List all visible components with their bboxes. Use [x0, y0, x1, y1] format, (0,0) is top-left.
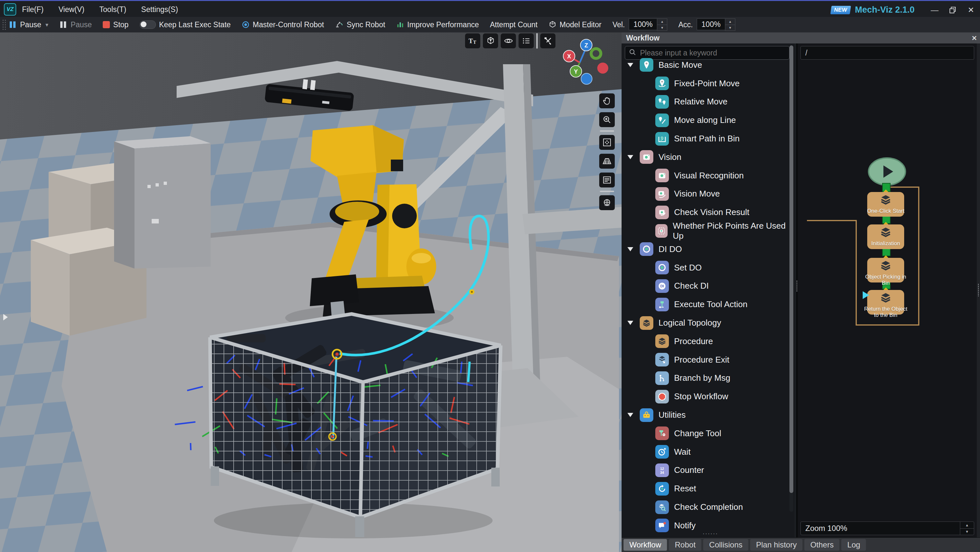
tree-item-vision-move[interactable]: Vision Move [622, 185, 787, 203]
graph-node-one-click-start[interactable]: One-Click Start [867, 192, 904, 217]
list-view-button[interactable] [519, 34, 534, 48]
model-editor-icon [549, 21, 557, 29]
sync-robot-button[interactable]: Sync Robot [335, 21, 385, 29]
tab-workflow[interactable]: Workflow [624, 539, 667, 551]
text-display-button[interactable]: TT [465, 34, 480, 48]
graph-breadcrumb[interactable]: / [800, 46, 974, 60]
tab-log[interactable]: Log [841, 539, 866, 551]
model-view-button[interactable] [483, 34, 498, 48]
tree-item-stop-workflow[interactable]: Stop Workflow [622, 387, 787, 406]
tree-resize-handle[interactable]: ······ [703, 530, 718, 537]
graph-node-return-the-object-to-the-bin[interactable]: Return the Object to the Bin [867, 290, 904, 314]
visibility-button[interactable] [501, 34, 516, 48]
menu-item-1[interactable]: View(V) [58, 5, 84, 14]
tree-item-wait[interactable]: Wait [622, 443, 787, 461]
menu-item-3[interactable]: Settings(S) [141, 5, 178, 14]
expand-caret-icon[interactable] [627, 321, 633, 325]
pan-button[interactable] [599, 93, 615, 108]
tree-item-procedure-exit[interactable]: Procedure Exit [622, 351, 787, 369]
attempt-count-button[interactable]: Attempt Count [490, 21, 538, 29]
tree-item-logical-topology[interactable]: Logical Topology [622, 314, 787, 332]
stop-button[interactable]: Stop [103, 21, 128, 29]
tree-item-execute-tool-action[interactable]: Execute Tool Action [622, 295, 787, 314]
tree-item-check-completion[interactable]: Check Completion [622, 498, 787, 516]
tree-item-check-di[interactable]: DICheck DI [622, 277, 787, 295]
graph-node-initialization[interactable]: Initialization [867, 225, 904, 249]
restore-button[interactable] [944, 3, 962, 17]
reset-arrow-icon [655, 482, 669, 496]
acceleration-spinner[interactable]: ▲▼ [725, 19, 735, 31]
pause-button[interactable]: Pause ▼ [10, 21, 49, 29]
panel-close-button[interactable]: × [972, 33, 977, 43]
tree-item-label: Set DO [674, 263, 702, 273]
tree-item-move-along-line[interactable]: Move along Line [622, 111, 787, 129]
expand-caret-icon[interactable] [627, 63, 633, 67]
expand-caret-icon[interactable] [627, 155, 633, 159]
graph-node-object-picking-in-bin[interactable]: Object Picking in Bin [867, 258, 904, 282]
tree-item-change-tool[interactable]: Change Tool [622, 424, 787, 443]
tree-item-di-do[interactable]: DI DO [622, 240, 787, 258]
zoom-spinner[interactable]: ▲▼ [960, 522, 974, 535]
toolbox-icon [640, 408, 653, 422]
tab-others[interactable]: Others [804, 539, 839, 551]
tree-item-reset[interactable]: Reset [622, 479, 787, 498]
toggle-off-icon[interactable] [140, 21, 156, 29]
tree-item-label: Smart Path in Bin [674, 134, 740, 144]
tree-item-basic-move[interactable]: Basic Move [622, 56, 787, 74]
close-button[interactable]: ✕ [962, 3, 980, 17]
tree-item-label: Procedure Exit [674, 355, 730, 365]
gizmo-y-label: Y [574, 69, 578, 75]
tree-item-whether-pick-points-are-used-up[interactable]: Whether Pick Points Are Used Up [622, 222, 787, 240]
restore-icon [949, 6, 956, 14]
tree-item-relative-move[interactable]: Relative Move [622, 93, 787, 111]
tree-item-check-vision-result[interactable]: Check Vision Result [622, 203, 787, 222]
tree-item-label: DI DO [659, 244, 682, 254]
tree-item-counter[interactable]: 1234Counter [622, 461, 787, 480]
expand-caret-icon[interactable] [627, 413, 633, 417]
model-editor-button[interactable]: Model Editor [549, 21, 601, 29]
improve-performance-icon [396, 21, 404, 29]
tree-item-smart-path-in-bin[interactable]: Smart Path in Bin [622, 129, 787, 148]
3d-viewport[interactable]: TT Z X Y [0, 32, 622, 552]
toolbar-grip-handle[interactable] [2, 19, 6, 30]
tree-item-fixed-point-move[interactable]: Fixed-Point Move [622, 74, 787, 93]
perspective-button[interactable] [599, 154, 615, 169]
tab-robot[interactable]: Robot [669, 539, 701, 551]
pause-dropdown-caret[interactable]: ▼ [45, 22, 49, 27]
pause-disabled-button[interactable]: Pause [60, 21, 92, 29]
graph-canvas[interactable]: One-Click StartInitializationObject Pick… [799, 62, 975, 520]
tree-item-visual-recognition[interactable]: Visual Recognition [622, 166, 787, 185]
velocity-spinner[interactable]: ▲▼ [657, 19, 667, 31]
keep-last-exec-toggle[interactable]: Keep Last Exec State [140, 21, 231, 29]
tree-item-procedure[interactable]: Procedure [622, 332, 787, 351]
graph-zoom-control[interactable]: Zoom 100% ▲▼ [800, 522, 974, 535]
zoom-button[interactable] [599, 112, 615, 127]
master-control-robot-button[interactable]: Master-Control Robot [242, 21, 324, 29]
minimize-button[interactable]: — [926, 3, 944, 17]
menu-item-2[interactable]: Tools(T) [100, 5, 126, 14]
menu-item-0[interactable]: File(F) [22, 5, 43, 14]
tree-item-vision[interactable]: Vision [622, 148, 787, 166]
tree-item-set-do[interactable]: Set DO [622, 258, 787, 277]
panel-expand-handle[interactable] [3, 314, 8, 321]
tab-collisions[interactable]: Collisions [703, 539, 748, 551]
orbit-button[interactable] [599, 195, 615, 210]
run-workflow-button[interactable] [868, 157, 906, 186]
list-icon [522, 37, 530, 45]
improve-performance-button[interactable]: Improve Performance [396, 21, 479, 29]
window-edge-handle[interactable] [977, 43, 980, 538]
counter-digits-icon: 1234 [655, 463, 669, 477]
stop-octagon-icon [655, 390, 669, 404]
acceleration-input[interactable]: 100% [697, 19, 725, 30]
fit-view-button[interactable] [599, 135, 615, 150]
tab-plan-history[interactable]: Plan history [750, 539, 802, 551]
axis-gizmo[interactable]: Z X Y [551, 34, 619, 96]
tree-item-utilities[interactable]: Utilities [622, 406, 787, 424]
expand-caret-icon[interactable] [627, 247, 633, 251]
graph-node-label: Return the Object to the Bin [861, 306, 910, 318]
tree-scrollbar[interactable] [789, 45, 793, 512]
velocity-input[interactable]: 100% [629, 19, 657, 30]
layer-list-button[interactable] [599, 172, 615, 187]
tree-item-branch-by-msg[interactable]: Branch by Msg [622, 369, 787, 388]
branch-icon [655, 371, 669, 385]
